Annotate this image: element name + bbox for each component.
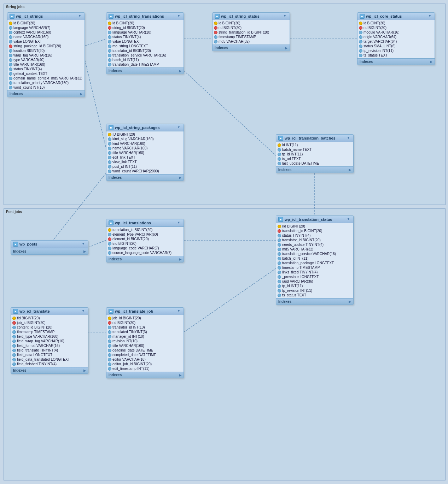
field-name: word_count VARCHAR(2000): [112, 169, 159, 173]
field-icon-field: [108, 165, 111, 169]
field-name: links_fixed TINYINT(4): [282, 270, 318, 274]
table-header-wp_icl_translate_job[interactable]: ■wp_icl_translate_job▼: [106, 308, 184, 315]
field-name: string_package_id BIGINT(20): [13, 44, 61, 48]
field-name: job_id BIGINT(20): [112, 316, 141, 320]
indexes-row[interactable]: Indexes▶: [106, 67, 184, 74]
table-header-wp_icl_string_translations[interactable]: ■wp_icl_string_translations▼: [106, 13, 184, 20]
table-icon: ■: [360, 14, 365, 19]
expand-icon[interactable]: ▼: [177, 221, 181, 225]
table-wp_icl_string_packages: ■wp_icl_string_packages▼ID BIGINT(20)kin…: [106, 124, 184, 181]
field-row: editor_job_id BIGINT(20): [106, 362, 184, 366]
table-wp_icl_translation_status: ■wp_icl_translation_status▼rid BIGINT(20…: [276, 216, 354, 305]
field-icon-field: [278, 280, 281, 283]
table-body-wp_icl_translate_job: job_id BIGINT(20)rid BIGINT(20)translato…: [106, 315, 184, 372]
field-name: wrap_tag VARCHAR(16): [13, 53, 52, 57]
field-name: content_id BIGINT(20): [17, 325, 52, 329]
expand-icon[interactable]: ▼: [177, 309, 181, 313]
field-icon-field: [108, 335, 111, 338]
table-icon: ■: [13, 242, 18, 247]
field-row: module VARCHAR(16): [357, 30, 435, 35]
field-row: wrap_tag VARCHAR(16): [7, 53, 85, 58]
field-icon-field: [9, 72, 12, 76]
expand-icon[interactable]: ▼: [177, 125, 181, 130]
field-name: view_link TEXT: [112, 160, 137, 164]
table-header-wp_posts[interactable]: ■wp_posts▼: [11, 241, 88, 248]
table-icon: ■: [10, 14, 14, 19]
indexes-arrow-icon: ▶: [349, 300, 351, 303]
table-wp_posts: ■wp_posts▼Indexes▶: [11, 240, 88, 255]
field-icon-field: [278, 148, 281, 152]
expand-icon[interactable]: ▼: [82, 309, 86, 313]
field-icon-field: [278, 157, 281, 161]
field-icon-fk: [214, 31, 217, 34]
table-header-wp_icl_strings[interactable]: ■wp_icl_strings▼: [7, 13, 85, 20]
table-header-wp_icl_translation_batches[interactable]: ■wp_icl_translation_batches▼: [276, 135, 353, 142]
field-icon-fk: [214, 26, 217, 30]
field-name: kind_slug VARCHAR(160): [112, 137, 154, 141]
table-title: wp_icl_translation_status: [285, 217, 345, 222]
field-name: field_type VARCHAR(160): [17, 335, 58, 338]
table-header-wp_icl_string_packages[interactable]: ■wp_icl_string_packages▼: [106, 124, 184, 131]
field-name: revision INT(10): [112, 339, 138, 343]
field-row: title VARCHAR(160): [106, 343, 184, 348]
field-icon-field: [359, 40, 362, 43]
field-icon-field: [359, 54, 362, 57]
field-icon-field: [9, 77, 12, 80]
indexes-row[interactable]: Indexes▶: [106, 372, 184, 378]
indexes-row[interactable]: Indexes▶: [106, 174, 184, 181]
table-header-wp_icl_core_status[interactable]: ■wp_icl_core_status▼: [357, 13, 435, 20]
expand-icon[interactable]: ▼: [428, 14, 432, 18]
field-icon-pk: [108, 133, 111, 136]
field-icon-field: [108, 367, 111, 371]
field-name: translator_id INT(10): [112, 325, 145, 329]
field-name: id BIGINT(20): [219, 21, 240, 25]
field-name: translated TINYINT(3): [112, 330, 147, 334]
indexes-row[interactable]: Indexes▶: [11, 367, 88, 373]
field-icon-field: [108, 251, 111, 255]
expand-icon[interactable]: ▼: [78, 14, 82, 18]
field-name: translation_id BIGINT(20): [282, 229, 322, 233]
field-name: value LONGTEXT: [13, 40, 42, 43]
table-body-wp_icl_translate: tid BIGINT(20)job_id BIGINT(20)content_i…: [11, 315, 88, 367]
field-icon-field: [108, 31, 111, 34]
indexes-arrow-icon: ▶: [285, 46, 287, 50]
field-row: field_wrap_tag VARCHAR(16): [11, 339, 88, 343]
expand-icon[interactable]: ▼: [177, 14, 181, 18]
table-header-wp_icl_string_status[interactable]: ■wp_icl_string_status▼: [213, 13, 290, 20]
field-name: type VARCHAR(40): [13, 58, 45, 62]
indexes-row[interactable]: Indexes▶: [357, 58, 435, 65]
field-name: status SMALLINT(6): [363, 44, 396, 48]
field-name: translation_date TIMESTAMP: [112, 63, 159, 66]
field-icon-field: [9, 67, 12, 71]
field-name: needs_update TINYINT(4): [282, 243, 324, 247]
expand-icon[interactable]: ▼: [283, 14, 287, 18]
table-header-wp_icl_translation_status[interactable]: ■wp_icl_translation_status▼: [276, 216, 353, 223]
field-name: field_format VARCHAR(16): [17, 344, 60, 348]
indexes-row[interactable]: Indexes▶: [276, 166, 353, 173]
field-row: translation_id BIGINT(20): [276, 229, 353, 233]
indexes-row[interactable]: Indexes▶: [276, 298, 353, 305]
indexes-arrow-icon: ▶: [83, 369, 86, 372]
field-icon-field: [12, 362, 16, 366]
field-row: string_id BIGINT(20): [106, 25, 184, 30]
indexes-row[interactable]: Indexes▶: [213, 45, 290, 51]
field-name: domain_name_context_md5 VARCHAR(32): [13, 76, 82, 80]
field-row: post_id INT(11): [106, 164, 184, 169]
table-header-wp_icl_translate[interactable]: ■wp_icl_translate▼: [11, 308, 88, 315]
expand-icon[interactable]: ▼: [347, 217, 351, 222]
field-icon-field: [108, 35, 111, 39]
table-title: wp_icl_core_status: [366, 14, 427, 18]
indexes-row[interactable]: Indexes▶: [106, 256, 184, 262]
field-row: trid BIGINT(20): [106, 241, 184, 246]
indexes-row[interactable]: Indexes▶: [7, 90, 85, 97]
table-title: wp_icl_translation_batches: [285, 136, 345, 140]
indexes-label: Indexes: [109, 373, 122, 377]
expand-icon[interactable]: ▼: [82, 242, 86, 246]
indexes-arrow-icon: ▶: [179, 373, 181, 377]
table-header-wp_icl_translations[interactable]: ■wp_icl_translations▼: [106, 219, 184, 227]
indexes-label: Indexes: [10, 92, 23, 96]
field-icon-field: [9, 26, 12, 30]
field-row: md5 VARCHAR(32): [213, 39, 290, 44]
indexes-row[interactable]: Indexes▶: [11, 248, 88, 254]
expand-icon[interactable]: ▼: [347, 136, 351, 140]
